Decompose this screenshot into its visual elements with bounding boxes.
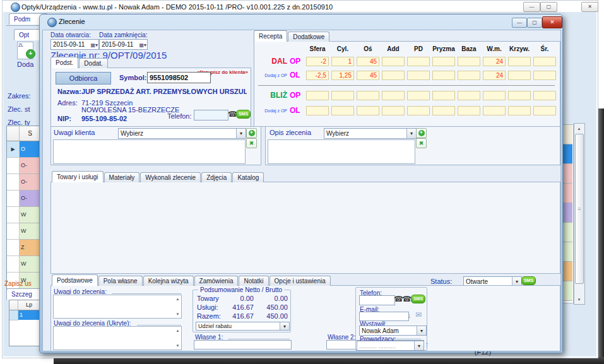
recepta-cell-0-7[interactable]: 24 — [483, 57, 506, 66]
own1-input[interactable] — [194, 340, 292, 349]
recepta-cell-3-4[interactable] — [407, 106, 430, 115]
bg-right-cell-5[interactable] — [563, 223, 572, 242]
hidden-notes-textarea[interactable]: ▲ ▼ — [53, 326, 182, 350]
recepta-cell-2-4[interactable] — [407, 91, 430, 100]
client-tab-1[interactable]: Dodat. — [79, 58, 107, 68]
recipient-button[interactable]: Odbiorca — [56, 72, 111, 85]
dialog-minimize-button[interactable]: — — [512, 18, 527, 28]
order-desc-select[interactable]: Wybierz ▾ — [324, 128, 417, 139]
bg-row-marker-6[interactable] — [7, 240, 20, 256]
items-tab-1[interactable]: Materiały — [104, 172, 140, 182]
bg-row-cell-6[interactable]: Z — [20, 240, 40, 256]
bg-row-cell-1[interactable]: O- — [20, 158, 40, 174]
envelope-icon[interactable]: ✉ — [415, 310, 422, 319]
recepta-cell-3-0[interactable] — [306, 106, 329, 115]
bg-right-cell-2[interactable] — [563, 164, 572, 184]
scroll-down-icon[interactable]: ▼ — [175, 312, 181, 317]
order-notes-textarea[interactable]: ▲ ▼ — [53, 295, 182, 319]
recepta-cell-2-5[interactable] — [432, 91, 455, 100]
recepta-cell-0-1[interactable]: 1 — [331, 57, 354, 66]
bg-row-marker-3[interactable] — [7, 191, 20, 207]
leader-select[interactable]: .......... .......... ▾ — [357, 341, 424, 351]
bg-right-cell-6[interactable] — [563, 242, 572, 262]
phone-icon[interactable]: ☎ — [402, 295, 412, 303]
symbol-input[interactable]: 9551098502 — [147, 72, 211, 83]
bg-row-marker-7[interactable] — [7, 256, 20, 273]
bg-row-cell-7[interactable]: W — [20, 256, 40, 273]
recepta-cell-0-9[interactable] — [533, 57, 556, 66]
recepta-cell-0-5[interactable] — [432, 57, 455, 66]
scroll-up-icon[interactable]: ▲ — [175, 328, 181, 333]
bg-right-cell-0[interactable] — [563, 125, 572, 144]
recepta-cell-1-7[interactable]: 24 — [483, 71, 506, 80]
recepta-cell-0-8[interactable] — [508, 57, 531, 66]
recepta-cell-2-7[interactable] — [483, 91, 506, 100]
client-notes-textarea[interactable] — [53, 139, 246, 164]
bg-row-marker-1[interactable] — [7, 158, 20, 174]
recepta-tab-1[interactable]: Dodatkowe — [288, 32, 329, 42]
items-tab-2[interactable]: Wykonali zlecenie — [140, 172, 201, 182]
main-maximize-button[interactable]: ▢ — [540, 2, 557, 12]
bottom-tab-4[interactable]: Notatki — [239, 276, 268, 286]
scroll-up-icon[interactable]: ▲ — [175, 296, 181, 302]
recepta-cell-1-9[interactable] — [533, 71, 556, 80]
order-desc-add-button[interactable]: + — [416, 128, 427, 138]
main-close-button[interactable]: ✕ — [581, 2, 598, 12]
bg-right-cell-1[interactable] — [563, 144, 572, 164]
dialog-maximize-button[interactable]: ▢ — [527, 18, 542, 28]
recepta-cell-2-9[interactable] — [533, 91, 556, 100]
bottom-tab-0[interactable]: Podstawowe — [52, 274, 98, 286]
calendar-icon[interactable]: ▦▾ — [90, 40, 98, 50]
bg-row-marker-0[interactable]: ▶ — [7, 141, 20, 158]
recepta-cell-2-0[interactable] — [306, 91, 329, 100]
bg-row-cell-5[interactable]: W — [20, 223, 40, 240]
recepta-cell-2-6[interactable] — [458, 91, 480, 100]
email-input[interactable] — [359, 312, 409, 321]
recepta-cell-3-9[interactable] — [533, 106, 556, 115]
issuer-select[interactable]: Nowak Adam ▾ — [359, 326, 427, 336]
bg-right-cell-8[interactable] — [563, 281, 572, 301]
bg-right-cell-3[interactable] — [563, 184, 572, 203]
order-desc-textarea[interactable] — [268, 139, 415, 164]
bg-row-cell-2[interactable]: O- — [20, 174, 40, 191]
client-phone-input[interactable] — [194, 110, 228, 120]
recepta-cell-1-1[interactable]: 1,25 — [331, 71, 354, 80]
recepta-cell-1-2[interactable]: 45 — [357, 71, 379, 80]
scroll-up-icon[interactable]: ▴ — [575, 124, 583, 132]
recepta-cell-1-8[interactable] — [508, 71, 531, 80]
scroll-down-icon[interactable]: ▼ — [175, 343, 181, 348]
recepta-cell-3-3[interactable] — [382, 106, 405, 115]
recepta-cell-0-6[interactable] — [458, 57, 480, 66]
client-notes-expand-button[interactable]: ✖ — [246, 138, 257, 148]
recepta-cell-3-7[interactable] — [483, 106, 506, 115]
recepta-cell-2-1[interactable] — [331, 91, 354, 100]
sms-icon[interactable]: SMS — [236, 110, 251, 119]
recepta-cell-1-4[interactable] — [407, 71, 430, 80]
bg-row-cell-0[interactable]: O — [20, 141, 40, 158]
bg-save-settings-link[interactable]: Zapisz us — [4, 280, 41, 287]
recepta-cell-3-8[interactable] — [508, 106, 531, 115]
bg-lp-row-marker[interactable] — [9, 310, 18, 320]
main-minimize-button[interactable]: — — [523, 2, 540, 12]
recepta-cell-3-6[interactable] — [458, 106, 480, 115]
recepta-cell-1-6[interactable] — [458, 71, 480, 80]
recepta-cell-1-0[interactable]: -2,5 — [306, 71, 329, 80]
recepta-cell-2-2[interactable] — [357, 91, 379, 100]
bg-row-cell-4[interactable]: W — [20, 207, 40, 223]
discount-select[interactable]: Udziel rabatu ▾ — [196, 322, 290, 331]
recepta-cell-0-0[interactable]: -2 — [306, 57, 329, 66]
client-notes-select[interactable]: Wybierz ▾ — [118, 128, 246, 139]
recepta-cell-3-1[interactable] — [331, 106, 354, 115]
bg-right-cell-7[interactable] — [563, 262, 572, 281]
items-tab-4[interactable]: Katalog — [232, 172, 264, 182]
up-arrow-icon[interactable]: ↑ — [425, 339, 429, 349]
recepta-cell-2-3[interactable] — [382, 91, 405, 100]
bottom-tab-5[interactable]: Opcje i ustawienia — [269, 276, 331, 286]
bg-row-cell-3[interactable]: O- — [20, 191, 40, 207]
recepta-cell-2-8[interactable] — [508, 91, 531, 100]
sms-icon[interactable]: SMS — [521, 276, 536, 285]
calendar-icon[interactable]: ▦▾ — [139, 40, 146, 50]
dialog-close-button[interactable]: ✕ — [542, 16, 562, 28]
recepta-cell-0-2[interactable]: 45 — [357, 57, 379, 66]
open-date-input[interactable]: 2015-09-11 ▦▾ — [50, 39, 99, 50]
